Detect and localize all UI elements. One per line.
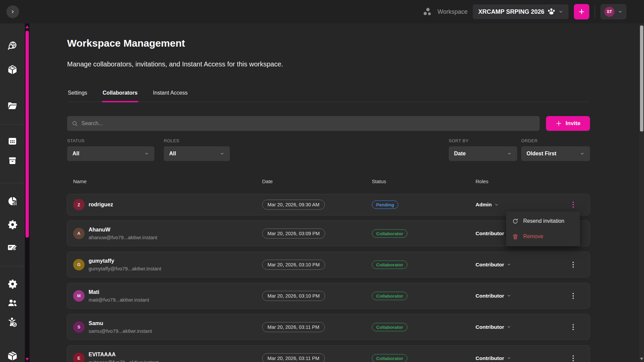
sidebar-expand-button[interactable] [6, 5, 19, 18]
grid-dots-icon [7, 136, 17, 146]
status-badge: Collaborator [372, 229, 407, 238]
top-bar: Workspace XRCAMP SRPING 2026 + ST [0, 0, 644, 23]
kebab-menu-button[interactable] [568, 322, 578, 332]
collaborator-email: samu@fvo79...ak6wr.instant [89, 328, 152, 334]
role-label: Contributor [476, 230, 504, 237]
filter-label-order: ORDER [521, 138, 538, 143]
collaborator-name: gumytaffy [89, 258, 161, 264]
role-dropdown[interactable]: Admin [476, 202, 499, 208]
role-label: Contributor [476, 262, 504, 268]
topbar-divider [595, 5, 595, 18]
roles-filter-dropdown[interactable]: All [164, 146, 230, 161]
sidebar-item-licenses[interactable] [7, 242, 18, 253]
date-value: Mar 20, 2026, 03:10 PM [267, 293, 320, 299]
resend-invitation-menu-item[interactable]: Resend invitation [506, 213, 580, 229]
sidebar-item-discover[interactable] [7, 40, 18, 52]
roles-filter-value: All [169, 151, 176, 157]
kebab-menu-button[interactable] [568, 354, 578, 362]
chevron-down-icon [507, 294, 511, 298]
trash-icon [512, 234, 518, 240]
sidebar-item-workspace-settings[interactable] [7, 278, 18, 290]
workspace-selector-dropdown[interactable]: XRCAMP SRPING 2026 [473, 4, 568, 19]
workspace-label: Workspace [438, 8, 468, 15]
sidebar-item-assets[interactable] [7, 64, 18, 75]
collaborator-name: Samu [89, 320, 152, 326]
search-bar[interactable] [67, 116, 540, 131]
filter-label-status: STATUS [67, 138, 85, 143]
role-dropdown[interactable]: Contributor [476, 324, 511, 330]
sidebar-scrollbar-thumb[interactable] [26, 31, 29, 238]
scroll-up-arrow-icon[interactable] [26, 25, 29, 28]
page-subtitle: Manage collaborators, invitations, and I… [67, 60, 283, 68]
search-input[interactable] [82, 120, 535, 126]
chevron-down-icon [494, 203, 499, 207]
menu-item-label: Remove [523, 234, 543, 240]
sidebar-item-projects[interactable] [7, 100, 18, 112]
column-header-date: Date [262, 178, 273, 184]
status-filter-dropdown[interactable]: All [67, 146, 154, 161]
kebab-menu-button[interactable] [568, 200, 578, 209]
scroll-down-arrow-icon[interactable] [640, 358, 643, 360]
menu-item-label: Resend invitation [523, 218, 564, 224]
workspace-logo-icon [423, 7, 432, 16]
sidebar-item-packages[interactable] [7, 350, 18, 362]
page-scrollbar[interactable] [639, 23, 644, 362]
sidebar-divider [0, 183, 25, 183]
user-menu[interactable]: ST [600, 4, 627, 19]
page-scrollbar-thumb[interactable] [640, 25, 643, 132]
tab-collaborators[interactable]: Collaborators [102, 88, 138, 102]
globe-search-icon [7, 41, 18, 51]
collaborator-email: evitaaaa@fvo79...ak6wr.instant [89, 359, 159, 362]
name-block: rodriguez [89, 202, 113, 208]
plus-icon [555, 120, 562, 127]
date-value: Mar 20, 2026, 03:11 PM [267, 356, 319, 361]
person-check-icon [7, 317, 18, 327]
sidebar-item-analytics[interactable] [7, 196, 18, 207]
date-pill: Mar 20, 2026, 03:10 PM [262, 291, 325, 301]
avatar: M [73, 290, 85, 302]
kebab-menu-button[interactable] [568, 291, 578, 301]
role-dropdown[interactable]: Contributor [476, 262, 511, 268]
order-value: Oldest First [527, 151, 556, 157]
name-block: gumytaffy gumytaffy@fvo79...ak6wr.instan… [89, 258, 161, 271]
sidebar-item-members[interactable] [7, 297, 18, 309]
column-header-status: Status [372, 178, 386, 184]
sidebar-divider [0, 266, 25, 266]
chevron-down-icon [144, 151, 149, 156]
status-badge: Collaborator [372, 260, 407, 269]
tab-bar: Settings Collaborators Instant Access [67, 88, 590, 102]
column-header-name: Name [73, 178, 87, 184]
add-workspace-button[interactable]: + [574, 4, 589, 19]
status-badge: Pending [372, 201, 398, 209]
order-dropdown[interactable]: Oldest First [521, 146, 590, 161]
scroll-down-arrow-icon[interactable] [26, 358, 29, 361]
chevron-down-icon [507, 151, 512, 156]
tab-instant-access[interactable]: Instant Access [152, 88, 188, 102]
sort-by-dropdown[interactable]: Date [449, 146, 517, 161]
invite-button[interactable]: Invite [546, 116, 590, 131]
pie-chart-icon [7, 196, 18, 207]
role-label: Admin [476, 202, 492, 208]
paw-emoji-icon [548, 8, 555, 15]
status-badge: Collaborator [372, 292, 407, 300]
kebab-menu-button[interactable] [568, 260, 578, 269]
sidebar-item-apps[interactable] [7, 136, 18, 147]
remove-menu-item[interactable]: Remove [506, 229, 580, 244]
date-pill: Mar 20, 2026, 03:09 PM [262, 228, 325, 239]
sidebar-item-settings[interactable] [7, 219, 18, 230]
row-context-menu: Resend invitation Remove [506, 211, 580, 246]
chevron-down-icon [618, 9, 623, 14]
role-dropdown[interactable]: Contributor [476, 355, 511, 361]
user-avatar: ST [604, 7, 614, 17]
role-dropdown[interactable]: Contributor [476, 293, 511, 299]
collaborator-name: Mati [89, 289, 149, 295]
sidebar-item-archive[interactable] [7, 155, 18, 166]
avatar: A [73, 228, 85, 239]
collaborator-row: E EVITAAAA evitaaaa@fvo79...ak6wr.instan… [67, 345, 590, 362]
status-badge: Collaborator [372, 354, 407, 362]
sidebar-item-moderation[interactable] [7, 316, 18, 328]
tab-settings[interactable]: Settings [67, 88, 88, 102]
date-pill: Mar 20, 2026, 09:30 AM [262, 200, 325, 210]
sidebar-scrollbar[interactable] [25, 23, 30, 362]
asset-cube-icon [7, 64, 18, 75]
